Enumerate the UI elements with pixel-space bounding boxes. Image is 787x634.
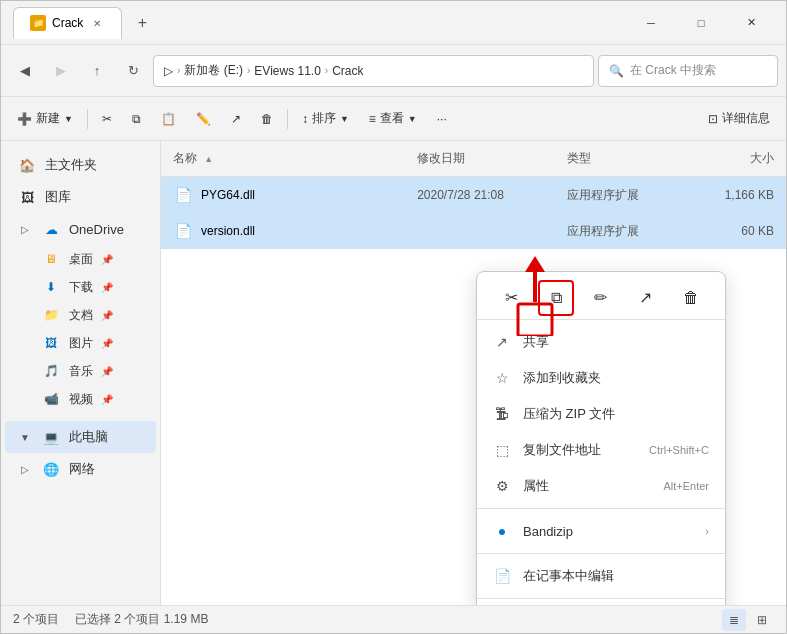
new-tab-button[interactable]: + <box>126 7 158 39</box>
ctx-copypath-icon: ⬚ <box>493 441 511 459</box>
breadcrumb-drive[interactable]: 新加卷 (E:) <box>184 62 243 79</box>
ctx-compress-icon: 🗜 <box>493 405 511 423</box>
search-box[interactable]: 🔍 在 Crack 中搜索 <box>598 55 778 87</box>
ctx-copy-button[interactable]: ⧉ <box>538 280 574 316</box>
separator-2 <box>287 109 288 129</box>
sort-button[interactable]: ↕ 排序 ▼ <box>294 103 357 135</box>
forward-button[interactable]: ▶ <box>45 55 77 87</box>
sidebar-pictures-label: 图片 <box>69 335 93 352</box>
sidebar-item-thispc[interactable]: ▼ 💻 此电脑 <box>5 421 156 453</box>
network-expand[interactable]: ▷ <box>17 461 33 477</box>
ctx-bandizip-label: Bandizip <box>523 524 693 539</box>
ctx-cut-button[interactable]: ✂ <box>493 280 529 316</box>
sidebar-item-videos[interactable]: 📹 视频 📌 <box>5 385 156 413</box>
view-label: 查看 <box>380 110 404 127</box>
onedrive-icon: ☁ <box>41 219 61 239</box>
file-date-cell: 2020/7/28 21:08 <box>417 188 567 202</box>
sidebar-item-music[interactable]: 🎵 音乐 📌 <box>5 357 156 385</box>
details-icon: ⊡ <box>708 112 718 126</box>
ctx-rename-button[interactable]: ✏ <box>583 280 619 316</box>
column-header: 名称 ▲ 修改日期 类型 大小 <box>161 141 786 177</box>
breadcrumb-folder[interactable]: EViews 11.0 <box>254 64 321 78</box>
sort-icon: ↕ <box>302 112 308 126</box>
file-type-cell: 应用程序扩展 <box>567 223 680 240</box>
desktop-icon: 🖥 <box>41 249 61 269</box>
back-button[interactable]: ◀ <box>9 55 41 87</box>
active-tab[interactable]: 📁 Crack ✕ <box>13 7 122 39</box>
breadcrumb-expand[interactable]: ▷ <box>164 64 173 78</box>
refresh-button[interactable]: ↻ <box>117 55 149 87</box>
sidebar-item-home[interactable]: 🏠 主文件夹 <box>5 149 156 181</box>
new-button[interactable]: ➕ 新建 ▼ <box>9 103 81 135</box>
view-toggles: ≣ ⊞ <box>722 609 774 631</box>
col-header-type[interactable]: 类型 <box>567 150 680 167</box>
item-count: 2 个项目 <box>13 611 59 628</box>
file-size-cell: 1,166 KB <box>680 188 774 202</box>
thispc-expand[interactable]: ▼ <box>17 429 33 445</box>
close-button[interactable]: ✕ <box>728 7 774 39</box>
ctx-properties-icon: ⚙ <box>493 477 511 495</box>
ctx-copypath-shortcut: Ctrl+Shift+C <box>649 444 709 456</box>
grid-view-toggle[interactable]: ⊞ <box>750 609 774 631</box>
sidebar-music-label: 音乐 <box>69 363 93 380</box>
ctx-favorites-item[interactable]: ☆ 添加到收藏夹 <box>477 360 725 396</box>
new-dropdown-icon: ▼ <box>64 114 73 124</box>
paste-button[interactable]: 📋 <box>153 103 184 135</box>
view-button[interactable]: ≡ 查看 ▼ <box>361 103 425 135</box>
ctx-copypath-item[interactable]: ⬚ 复制文件地址 Ctrl+Shift+C <box>477 432 725 468</box>
ctx-favorites-label: 添加到收藏夹 <box>523 369 709 387</box>
cut-button[interactable]: ✂ <box>94 103 120 135</box>
ctx-more-item[interactable]: ⊞ 显示更多选项 <box>477 603 725 605</box>
ctx-share-item[interactable]: ↗ 共享 <box>477 324 725 360</box>
breadcrumb-sep0: › <box>177 65 180 76</box>
new-icon: ➕ <box>17 112 32 126</box>
ctx-properties-label: 属性 <box>523 477 651 495</box>
sidebar-item-desktop[interactable]: 🖥 桌面 📌 <box>5 245 156 273</box>
ctx-bandizip-item[interactable]: ● Bandizip › <box>477 513 725 549</box>
downloads-icon: ⬇ <box>41 277 61 297</box>
ctx-delete-button[interactable]: 🗑 <box>673 280 709 316</box>
col-header-name[interactable]: 名称 ▲ <box>173 150 417 167</box>
col-header-size[interactable]: 大小 <box>680 150 774 167</box>
more-button[interactable]: ··· <box>429 103 455 135</box>
address-bar: ◀ ▶ ↑ ↻ ▷ › 新加卷 (E:) › EViews 11.0 › Cra… <box>1 45 786 97</box>
share-button[interactable]: ↗ <box>223 103 249 135</box>
minimize-button[interactable]: ─ <box>628 7 674 39</box>
sidebar-item-gallery[interactable]: 🖼 图库 <box>5 181 156 213</box>
view-dropdown-icon: ▼ <box>408 114 417 124</box>
sidebar-videos-label: 视频 <box>69 391 93 408</box>
sidebar-item-onedrive[interactable]: ▷ ☁ OneDrive <box>5 213 156 245</box>
sidebar-item-downloads[interactable]: ⬇ 下载 📌 <box>5 273 156 301</box>
up-button[interactable]: ↑ <box>81 55 113 87</box>
ctx-notepad-item[interactable]: 📄 在记事本中编辑 <box>477 558 725 594</box>
maximize-button[interactable]: □ <box>678 7 724 39</box>
rename-button[interactable]: ✏️ <box>188 103 219 135</box>
ctx-properties-item[interactable]: ⚙ 属性 Alt+Enter <box>477 468 725 504</box>
ctx-sep-1 <box>477 508 725 509</box>
onedrive-expand[interactable]: ▷ <box>17 221 33 237</box>
delete-button[interactable]: 🗑 <box>253 103 281 135</box>
ctx-copypath-label: 复制文件地址 <box>523 441 637 459</box>
details-button[interactable]: ⊡ 详细信息 <box>700 103 778 135</box>
list-view-toggle[interactable]: ≣ <box>722 609 746 631</box>
sidebar-item-network[interactable]: ▷ 🌐 网络 <box>5 453 156 485</box>
col-header-date[interactable]: 修改日期 <box>417 150 567 167</box>
breadcrumb[interactable]: ▷ › 新加卷 (E:) › EViews 11.0 › Crack <box>153 55 594 87</box>
ctx-share-button[interactable]: ↗ <box>628 280 664 316</box>
table-row[interactable]: 📄 PYG64.dll 2020/7/28 21:08 应用程序扩展 1,166… <box>161 177 786 213</box>
tab-close-button[interactable]: ✕ <box>89 15 105 31</box>
delete-icon: 🗑 <box>261 112 273 126</box>
breadcrumb-current[interactable]: Crack <box>332 64 363 78</box>
copy-icon: ⧉ <box>132 112 141 126</box>
sidebar-item-documents[interactable]: 📁 文档 📌 <box>5 301 156 329</box>
table-row[interactable]: 📄 version.dll 应用程序扩展 60 KB <box>161 213 786 249</box>
copy-button[interactable]: ⧉ <box>124 103 149 135</box>
sort-dropdown-icon: ▼ <box>340 114 349 124</box>
tab-title: Crack <box>52 16 83 30</box>
sidebar: 🏠 主文件夹 🖼 图库 ▷ ☁ OneDrive 🖥 桌面 📌 ⬇ 下载 📌 <box>1 141 161 605</box>
breadcrumb-sep2: › <box>325 65 328 76</box>
sidebar-item-pictures[interactable]: 🖼 图片 📌 <box>5 329 156 357</box>
gallery-icon: 🖼 <box>17 187 37 207</box>
home-icon: 🏠 <box>17 155 37 175</box>
ctx-compress-item[interactable]: 🗜 压缩为 ZIP 文件 <box>477 396 725 432</box>
